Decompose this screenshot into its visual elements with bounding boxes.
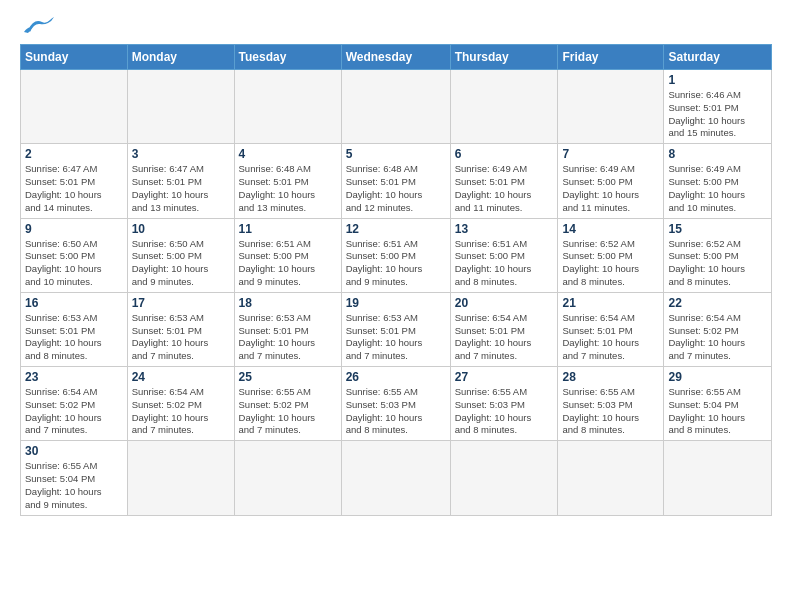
weekday-header-friday: Friday bbox=[558, 45, 664, 70]
day-info: Sunrise: 6:54 AM Sunset: 5:02 PM Dayligh… bbox=[668, 312, 767, 363]
day-info: Sunrise: 6:47 AM Sunset: 5:01 PM Dayligh… bbox=[132, 163, 230, 214]
calendar-day-cell: 20Sunrise: 6:54 AM Sunset: 5:01 PM Dayli… bbox=[450, 292, 558, 366]
day-number: 8 bbox=[668, 147, 767, 161]
day-info: Sunrise: 6:55 AM Sunset: 5:04 PM Dayligh… bbox=[668, 386, 767, 437]
calendar-day-cell: 11Sunrise: 6:51 AM Sunset: 5:00 PM Dayli… bbox=[234, 218, 341, 292]
day-info: Sunrise: 6:55 AM Sunset: 5:02 PM Dayligh… bbox=[239, 386, 337, 437]
calendar-day-cell bbox=[341, 441, 450, 515]
day-number: 9 bbox=[25, 222, 123, 236]
day-info: Sunrise: 6:48 AM Sunset: 5:01 PM Dayligh… bbox=[239, 163, 337, 214]
day-info: Sunrise: 6:47 AM Sunset: 5:01 PM Dayligh… bbox=[25, 163, 123, 214]
calendar-day-cell bbox=[558, 441, 664, 515]
day-info: Sunrise: 6:55 AM Sunset: 5:03 PM Dayligh… bbox=[346, 386, 446, 437]
calendar-day-cell: 17Sunrise: 6:53 AM Sunset: 5:01 PM Dayli… bbox=[127, 292, 234, 366]
calendar-day-cell: 25Sunrise: 6:55 AM Sunset: 5:02 PM Dayli… bbox=[234, 367, 341, 441]
calendar-day-cell: 13Sunrise: 6:51 AM Sunset: 5:00 PM Dayli… bbox=[450, 218, 558, 292]
calendar-week-row: 2Sunrise: 6:47 AM Sunset: 5:01 PM Daylig… bbox=[21, 144, 772, 218]
day-info: Sunrise: 6:55 AM Sunset: 5:03 PM Dayligh… bbox=[562, 386, 659, 437]
calendar-day-cell: 5Sunrise: 6:48 AM Sunset: 5:01 PM Daylig… bbox=[341, 144, 450, 218]
day-info: Sunrise: 6:53 AM Sunset: 5:01 PM Dayligh… bbox=[346, 312, 446, 363]
weekday-header-saturday: Saturday bbox=[664, 45, 772, 70]
day-number: 17 bbox=[132, 296, 230, 310]
calendar-day-cell bbox=[450, 70, 558, 144]
day-number: 30 bbox=[25, 444, 123, 458]
calendar-day-cell: 27Sunrise: 6:55 AM Sunset: 5:03 PM Dayli… bbox=[450, 367, 558, 441]
day-info: Sunrise: 6:53 AM Sunset: 5:01 PM Dayligh… bbox=[25, 312, 123, 363]
day-info: Sunrise: 6:49 AM Sunset: 5:01 PM Dayligh… bbox=[455, 163, 554, 214]
day-info: Sunrise: 6:52 AM Sunset: 5:00 PM Dayligh… bbox=[562, 238, 659, 289]
weekday-header-tuesday: Tuesday bbox=[234, 45, 341, 70]
logo-bird-icon bbox=[24, 16, 54, 34]
day-number: 12 bbox=[346, 222, 446, 236]
calendar-day-cell bbox=[127, 70, 234, 144]
day-number: 15 bbox=[668, 222, 767, 236]
calendar-day-cell: 26Sunrise: 6:55 AM Sunset: 5:03 PM Dayli… bbox=[341, 367, 450, 441]
day-number: 21 bbox=[562, 296, 659, 310]
calendar-day-cell: 21Sunrise: 6:54 AM Sunset: 5:01 PM Dayli… bbox=[558, 292, 664, 366]
calendar-day-cell: 30Sunrise: 6:55 AM Sunset: 5:04 PM Dayli… bbox=[21, 441, 128, 515]
day-number: 22 bbox=[668, 296, 767, 310]
day-number: 1 bbox=[668, 73, 767, 87]
day-info: Sunrise: 6:52 AM Sunset: 5:00 PM Dayligh… bbox=[668, 238, 767, 289]
calendar-day-cell: 28Sunrise: 6:55 AM Sunset: 5:03 PM Dayli… bbox=[558, 367, 664, 441]
day-info: Sunrise: 6:51 AM Sunset: 5:00 PM Dayligh… bbox=[239, 238, 337, 289]
calendar-day-cell: 14Sunrise: 6:52 AM Sunset: 5:00 PM Dayli… bbox=[558, 218, 664, 292]
calendar-day-cell: 2Sunrise: 6:47 AM Sunset: 5:01 PM Daylig… bbox=[21, 144, 128, 218]
day-info: Sunrise: 6:51 AM Sunset: 5:00 PM Dayligh… bbox=[346, 238, 446, 289]
day-number: 29 bbox=[668, 370, 767, 384]
day-number: 19 bbox=[346, 296, 446, 310]
day-number: 3 bbox=[132, 147, 230, 161]
day-info: Sunrise: 6:49 AM Sunset: 5:00 PM Dayligh… bbox=[562, 163, 659, 214]
day-info: Sunrise: 6:46 AM Sunset: 5:01 PM Dayligh… bbox=[668, 89, 767, 140]
calendar-week-row: 23Sunrise: 6:54 AM Sunset: 5:02 PM Dayli… bbox=[21, 367, 772, 441]
day-info: Sunrise: 6:54 AM Sunset: 5:02 PM Dayligh… bbox=[25, 386, 123, 437]
day-number: 20 bbox=[455, 296, 554, 310]
calendar-day-cell: 6Sunrise: 6:49 AM Sunset: 5:01 PM Daylig… bbox=[450, 144, 558, 218]
day-info: Sunrise: 6:54 AM Sunset: 5:02 PM Dayligh… bbox=[132, 386, 230, 437]
day-number: 23 bbox=[25, 370, 123, 384]
calendar-day-cell bbox=[450, 441, 558, 515]
calendar-day-cell bbox=[234, 70, 341, 144]
calendar-day-cell: 15Sunrise: 6:52 AM Sunset: 5:00 PM Dayli… bbox=[664, 218, 772, 292]
calendar-day-cell: 16Sunrise: 6:53 AM Sunset: 5:01 PM Dayli… bbox=[21, 292, 128, 366]
calendar-day-cell bbox=[341, 70, 450, 144]
day-number: 14 bbox=[562, 222, 659, 236]
day-number: 16 bbox=[25, 296, 123, 310]
day-info: Sunrise: 6:51 AM Sunset: 5:00 PM Dayligh… bbox=[455, 238, 554, 289]
calendar-day-cell: 1Sunrise: 6:46 AM Sunset: 5:01 PM Daylig… bbox=[664, 70, 772, 144]
calendar-day-cell bbox=[664, 441, 772, 515]
calendar-day-cell bbox=[558, 70, 664, 144]
day-info: Sunrise: 6:55 AM Sunset: 5:03 PM Dayligh… bbox=[455, 386, 554, 437]
calendar-day-cell: 29Sunrise: 6:55 AM Sunset: 5:04 PM Dayli… bbox=[664, 367, 772, 441]
day-number: 4 bbox=[239, 147, 337, 161]
calendar-week-row: 1Sunrise: 6:46 AM Sunset: 5:01 PM Daylig… bbox=[21, 70, 772, 144]
weekday-header-monday: Monday bbox=[127, 45, 234, 70]
logo bbox=[20, 16, 54, 38]
day-info: Sunrise: 6:55 AM Sunset: 5:04 PM Dayligh… bbox=[25, 460, 123, 511]
calendar-week-row: 16Sunrise: 6:53 AM Sunset: 5:01 PM Dayli… bbox=[21, 292, 772, 366]
day-info: Sunrise: 6:50 AM Sunset: 5:00 PM Dayligh… bbox=[25, 238, 123, 289]
calendar-day-cell: 23Sunrise: 6:54 AM Sunset: 5:02 PM Dayli… bbox=[21, 367, 128, 441]
calendar-day-cell: 24Sunrise: 6:54 AM Sunset: 5:02 PM Dayli… bbox=[127, 367, 234, 441]
day-info: Sunrise: 6:54 AM Sunset: 5:01 PM Dayligh… bbox=[562, 312, 659, 363]
calendar-day-cell bbox=[127, 441, 234, 515]
day-number: 24 bbox=[132, 370, 230, 384]
calendar-day-cell: 8Sunrise: 6:49 AM Sunset: 5:00 PM Daylig… bbox=[664, 144, 772, 218]
day-info: Sunrise: 6:53 AM Sunset: 5:01 PM Dayligh… bbox=[132, 312, 230, 363]
weekday-header-thursday: Thursday bbox=[450, 45, 558, 70]
day-number: 25 bbox=[239, 370, 337, 384]
page-header bbox=[20, 16, 772, 38]
day-number: 11 bbox=[239, 222, 337, 236]
calendar-day-cell bbox=[234, 441, 341, 515]
day-info: Sunrise: 6:48 AM Sunset: 5:01 PM Dayligh… bbox=[346, 163, 446, 214]
day-number: 28 bbox=[562, 370, 659, 384]
day-number: 2 bbox=[25, 147, 123, 161]
calendar-day-cell: 4Sunrise: 6:48 AM Sunset: 5:01 PM Daylig… bbox=[234, 144, 341, 218]
weekday-header-wednesday: Wednesday bbox=[341, 45, 450, 70]
day-number: 6 bbox=[455, 147, 554, 161]
day-number: 5 bbox=[346, 147, 446, 161]
calendar-week-row: 30Sunrise: 6:55 AM Sunset: 5:04 PM Dayli… bbox=[21, 441, 772, 515]
calendar-day-cell: 9Sunrise: 6:50 AM Sunset: 5:00 PM Daylig… bbox=[21, 218, 128, 292]
calendar-day-cell: 19Sunrise: 6:53 AM Sunset: 5:01 PM Dayli… bbox=[341, 292, 450, 366]
day-number: 13 bbox=[455, 222, 554, 236]
